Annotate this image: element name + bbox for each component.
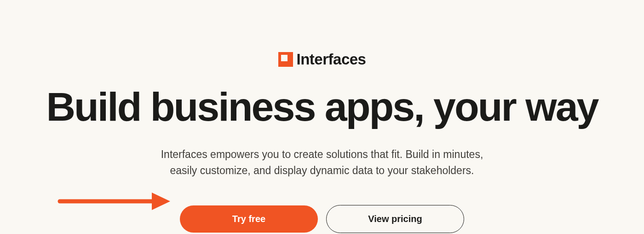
logo-text: Interfaces — [297, 51, 366, 68]
logo: Interfaces — [278, 51, 366, 68]
try-free-button[interactable]: Try free — [180, 205, 318, 233]
cta-button-row: Try free View pricing — [180, 205, 464, 233]
logo-square-icon — [278, 52, 293, 67]
hero-section: Interfaces Build business apps, your way… — [0, 0, 644, 233]
view-pricing-button[interactable]: View pricing — [326, 205, 464, 233]
page-headline: Build business apps, your way — [46, 87, 598, 127]
page-subtext: Interfaces empowers you to create soluti… — [147, 146, 497, 178]
